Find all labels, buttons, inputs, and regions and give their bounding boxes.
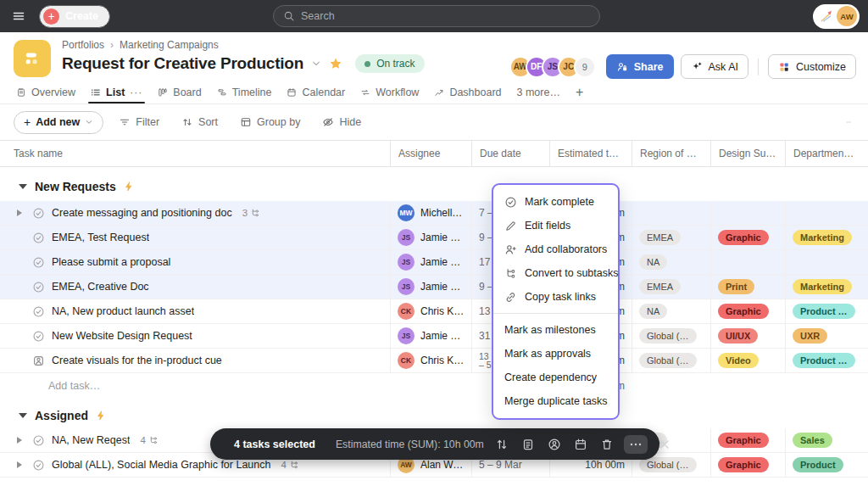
- add-task-button[interactable]: Add task…: [48, 380, 100, 392]
- design-cell[interactable]: Graphic: [710, 428, 785, 452]
- assignee-cell[interactable]: CKChris Krutz…: [390, 299, 471, 323]
- region-cell[interactable]: Global (…: [632, 324, 710, 348]
- region-cell[interactable]: [632, 201, 710, 225]
- task-row[interactable]: EMEA, Test RequestJSJamie Stapl…9 –mEMEA…: [0, 226, 868, 250]
- department-cell[interactable]: Product: [785, 453, 868, 477]
- tab-list[interactable]: List···: [83, 81, 150, 103]
- task-name-cell[interactable]: EMEA, Test Request: [0, 226, 390, 249]
- task-row[interactable]: New Website Design RequestJSJamie Stapl……: [0, 324, 868, 349]
- menu-item-create-dependency[interactable]: Create dependency: [493, 366, 618, 389]
- search-bar[interactable]: [273, 5, 600, 27]
- close-button[interactable]: [655, 435, 674, 454]
- design-cell[interactable]: Graphic: [710, 453, 785, 477]
- avatar-overflow-count[interactable]: 9: [574, 56, 596, 78]
- complete-check-icon[interactable]: [32, 434, 45, 447]
- task-name-cell[interactable]: Please submit a proposal: [0, 250, 390, 274]
- ask-ai-button[interactable]: Ask AI: [681, 54, 748, 79]
- department-cell[interactable]: Marketing: [785, 226, 868, 249]
- tab-overview[interactable]: Overview: [8, 81, 83, 103]
- task-name-cell[interactable]: New Website Design Request: [0, 324, 390, 348]
- column-header-2[interactable]: Due date: [471, 141, 549, 166]
- project-icon[interactable]: [14, 40, 51, 77]
- assignee-cell[interactable]: [390, 373, 471, 398]
- task-name[interactable]: Create messaging and positioning doc: [52, 207, 232, 219]
- tab-calendar[interactable]: Calendar: [279, 81, 353, 103]
- section-header[interactable]: Assigned: [0, 398, 868, 428]
- department-cell[interactable]: Sales: [785, 428, 868, 452]
- region-cell[interactable]: EMEA: [632, 275, 710, 299]
- task-name[interactable]: NA, New product launch asset: [52, 305, 194, 317]
- task-name-cell[interactable]: NA, New product launch asset: [0, 299, 390, 323]
- assignee-cell[interactable]: MWMichelle We…: [390, 201, 471, 225]
- complete-check-icon[interactable]: [32, 330, 45, 343]
- region-cell[interactable]: Global (…: [632, 349, 710, 372]
- add-task-row[interactable]: Add task…0m: [0, 373, 868, 398]
- design-cell[interactable]: UI/UX: [710, 324, 785, 348]
- search-input[interactable]: [301, 10, 590, 22]
- breadcrumb-portfolios[interactable]: Portfolios: [62, 39, 104, 51]
- design-cell[interactable]: Graphic: [710, 226, 785, 249]
- page-title[interactable]: Request for Creative Production: [62, 54, 303, 73]
- set-due-date-button[interactable]: [571, 435, 590, 454]
- department-cell[interactable]: Marketing: [785, 275, 868, 299]
- chevron-down-icon[interactable]: [311, 59, 321, 69]
- add-task-cell[interactable]: Add task…: [0, 373, 390, 398]
- expand-caret-icon[interactable]: [17, 209, 22, 216]
- design-cell[interactable]: Print: [710, 275, 785, 299]
- task-name[interactable]: EMEA, Test Request: [52, 232, 149, 243]
- avatar[interactable]: AW: [837, 6, 857, 26]
- task-name[interactable]: Global (ALL), Social Media Graphic for L…: [52, 459, 270, 471]
- column-header-1[interactable]: Assignee: [390, 141, 471, 166]
- section-name[interactable]: New Requests: [35, 180, 116, 193]
- delete-button[interactable]: [598, 435, 616, 454]
- region-cell[interactable]: EMEA: [632, 226, 710, 249]
- section-name[interactable]: Assigned: [35, 409, 88, 422]
- breadcrumb-portfolio-name[interactable]: Marketing Campaigns: [120, 39, 219, 51]
- column-header-5[interactable]: Design Su…: [710, 141, 785, 166]
- column-header-0[interactable]: Task name: [0, 141, 390, 166]
- design-cell[interactable]: [710, 201, 785, 225]
- move-tasks-button[interactable]: [492, 435, 511, 454]
- menu-item-edit-fields[interactable]: Edit fields: [493, 214, 618, 237]
- filter-button[interactable]: Filter: [112, 111, 166, 134]
- member-avatars[interactable]: AWDFJSJC9: [509, 56, 596, 78]
- menu-item-convert-to-subtasks[interactable]: Convert to subtasks: [493, 261, 618, 285]
- add-tab-button[interactable]: +: [568, 85, 591, 100]
- column-header-6[interactable]: Departmen…: [785, 141, 868, 166]
- hide-button[interactable]: Hide: [315, 111, 368, 134]
- expand-caret-icon[interactable]: [17, 461, 22, 468]
- create-button[interactable]: + Create: [39, 5, 110, 28]
- menu-item-copy-task-links[interactable]: Copy task links: [493, 285, 618, 309]
- assignee-cell[interactable]: CKChris Krutz…: [390, 349, 471, 372]
- group-by-button[interactable]: Group by: [233, 111, 307, 134]
- column-header-4[interactable]: Region of …: [632, 141, 710, 166]
- more-options-icon[interactable]: [843, 116, 854, 128]
- tab-options-icon[interactable]: ···: [130, 87, 142, 98]
- set-assignee-button[interactable]: [545, 435, 564, 454]
- assignee-cell[interactable]: JSJamie Stapl…: [390, 324, 471, 348]
- department-cell[interactable]: Product …: [785, 349, 868, 372]
- sort-button[interactable]: Sort: [175, 111, 225, 134]
- assignee-cell[interactable]: JSJamie Stapl…: [390, 275, 471, 299]
- column-header-3[interactable]: Estimated t…: [549, 141, 632, 166]
- department-cell[interactable]: [785, 201, 868, 225]
- tab-workflow[interactable]: Workflow: [353, 81, 426, 103]
- status-badge[interactable]: On track: [355, 54, 424, 73]
- assignee-cell[interactable]: JSJamie Stapl…: [390, 226, 471, 249]
- department-cell[interactable]: Product …: [785, 299, 868, 323]
- user-menu[interactable]: AW: [813, 4, 860, 29]
- department-cell[interactable]: UXR: [785, 324, 868, 348]
- tab-board[interactable]: Board: [150, 81, 209, 103]
- task-name[interactable]: NA, New Reqest: [52, 434, 130, 446]
- menu-item-mark-as-milestones[interactable]: Mark as milestones: [493, 318, 618, 342]
- menu-item-add-collaborators[interactable]: Add collaborators: [493, 237, 618, 261]
- assignee-cell[interactable]: JSJamie Stapl…: [390, 250, 471, 274]
- task-row[interactable]: NA, New product launch assetCKChris Krut…: [0, 299, 868, 324]
- expand-caret-icon[interactable]: [17, 437, 22, 444]
- section-header[interactable]: New Requests: [0, 167, 868, 201]
- task-name[interactable]: EMEA, Creative Doc: [52, 281, 149, 293]
- region-cell[interactable]: NA: [632, 299, 710, 323]
- menu-item-mark-as-approvals[interactable]: Mark as approvals: [493, 342, 618, 366]
- tab-dashboard[interactable]: Dashboard: [426, 81, 509, 103]
- complete-check-icon[interactable]: [32, 459, 45, 472]
